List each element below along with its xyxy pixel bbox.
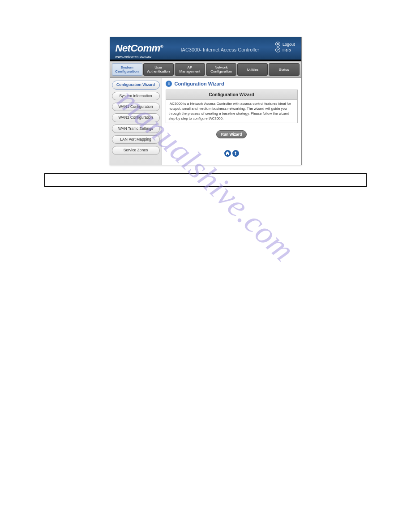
brand-logo: NetComm® — [116, 43, 163, 54]
brand-url: www.netcomm.com.au — [116, 55, 151, 59]
panel-title: Configuration Wizard — [166, 90, 297, 100]
nav-ap-management[interactable]: AP Management — [175, 63, 205, 76]
sidebar-service-zones[interactable]: Service Zones — [112, 146, 160, 154]
top-icon[interactable]: t — [232, 150, 239, 157]
sidebar-wan1-configuration[interactable]: WAN1 Configuration — [112, 103, 160, 111]
nav-status[interactable]: Status — [269, 63, 299, 76]
help-link[interactable]: ? Help — [275, 47, 295, 52]
sidebar-wan2-configuration[interactable]: WAN2 Configuration — [112, 113, 160, 122]
product-name: IAC3000- Internet Access Controller — [181, 47, 259, 52]
nav-user-authentication[interactable]: User Authentication — [143, 63, 174, 76]
wizard-panel: Configuration Wizard IAC3000 is a Networ… — [166, 90, 298, 123]
sidebar-lan-port-mapping[interactable]: LAN Port Mapping — [112, 135, 160, 144]
nav-utilities[interactable]: Utilities — [237, 63, 268, 76]
sidebar-system-information[interactable]: System Information — [112, 92, 160, 100]
panel-description: IAC3000 is a Network Access Controller w… — [166, 100, 297, 122]
content-header: Configuration Wizard — [166, 81, 298, 87]
bottom-icons: t — [166, 150, 298, 157]
caption-box — [44, 173, 367, 187]
page-title: Configuration Wizard — [175, 81, 224, 86]
sidebar-configuration-wizard[interactable]: Configuration Wizard — [112, 81, 160, 89]
help-label: Help — [283, 48, 291, 52]
nav-network-configuration[interactable]: Network Configuration — [206, 63, 236, 76]
sidebar-wan-traffic-settings[interactable]: WAN Traffic Settings — [112, 124, 160, 133]
header-links: ✕ Logout ? Help — [275, 42, 295, 52]
main-nav: System Configuration User Authentication… — [110, 61, 301, 78]
content-area: Configuration Wizard Configuration Wizar… — [162, 78, 301, 164]
question-icon: ? — [275, 47, 280, 52]
nav-system-configuration[interactable]: System Configuration — [112, 63, 142, 76]
sidebar: Configuration Wizard System Information … — [110, 78, 162, 164]
router-admin-screenshot: NetComm® IAC3000- Internet Access Contro… — [110, 37, 302, 165]
close-icon: ✕ — [275, 42, 280, 47]
header-bar: NetComm® IAC3000- Internet Access Contro… — [110, 37, 301, 60]
body-row: Configuration Wizard System Information … — [110, 78, 301, 164]
run-wizard-button[interactable]: Run Wizard — [216, 130, 247, 138]
logout-link[interactable]: ✕ Logout — [275, 42, 295, 47]
wizard-icon — [166, 81, 172, 87]
logout-label: Logout — [283, 42, 295, 47]
home-icon[interactable] — [224, 150, 231, 157]
